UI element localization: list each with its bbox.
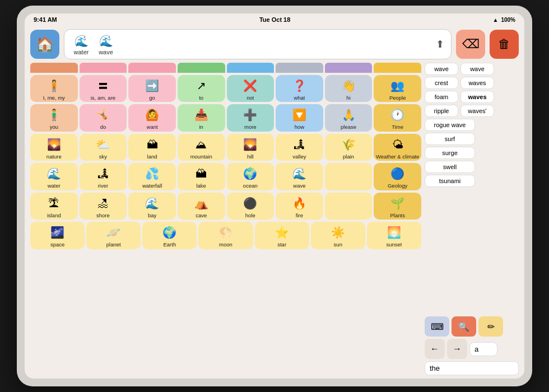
- home-button[interactable]: 🏠: [30, 30, 59, 59]
- cell-space[interactable]: 🌌 space: [30, 222, 85, 249]
- hi-label: hi: [346, 95, 350, 101]
- nature-label: nature: [46, 154, 62, 160]
- cell-time[interactable]: 🕐 Time: [374, 104, 421, 131]
- nav-arrows: ← →: [425, 339, 467, 359]
- cell-shore[interactable]: 🏖 shore: [80, 193, 127, 220]
- cell-sky[interactable]: ⛅ sky: [80, 134, 127, 161]
- word-btn-foam[interactable]: foam: [425, 91, 458, 103]
- cell-water[interactable]: 🌊 water: [30, 163, 78, 190]
- cell-not[interactable]: ❌ not: [227, 75, 274, 102]
- bay-label: bay: [148, 213, 156, 218]
- row-5: 🏝 island 🏖 shore 🌊 bay ⛺: [30, 193, 421, 220]
- cat-tab-3[interactable]: [128, 63, 176, 73]
- cat-tab-6[interactable]: [276, 63, 323, 73]
- cat-tab-2[interactable]: [80, 63, 127, 73]
- water-label: water: [74, 49, 89, 55]
- ocean-label: ocean: [243, 183, 258, 189]
- row-6: 🌌 space 🪐 planet 🌍 Earth 🌕: [30, 222, 421, 249]
- cell-hill[interactable]: 🌄 hill: [227, 134, 274, 161]
- cell-nature[interactable]: 🌄 nature: [30, 134, 78, 161]
- island-label: island: [47, 213, 61, 218]
- word-btn-crest[interactable]: crest: [425, 77, 458, 89]
- cell-to[interactable]: ↗ to: [178, 75, 225, 102]
- word-btn-waves-bold[interactable]: waves: [460, 91, 494, 103]
- delete-all-button[interactable]: 🗑: [490, 30, 519, 59]
- share-button[interactable]: ⬆: [436, 38, 444, 50]
- cell-in[interactable]: 📥 in: [178, 104, 225, 131]
- cell-you[interactable]: 🧍‍♂️ you: [30, 104, 78, 131]
- cell-hi[interactable]: 👋 hi: [325, 75, 373, 102]
- fire-icon: 🔥: [277, 194, 322, 212]
- cat-tab-4[interactable]: [178, 63, 225, 73]
- cell-cave[interactable]: ⛺ cave: [178, 193, 225, 220]
- cell-more[interactable]: ➕ more: [227, 104, 274, 131]
- cell-earth[interactable]: 🌍 Earth: [142, 222, 197, 249]
- word-btn-waves-apos[interactable]: waves': [460, 105, 494, 117]
- cell-is-am-are[interactable]: 〓 is, am, are: [80, 75, 127, 102]
- word-btn-tsunami[interactable]: tsunami: [425, 175, 475, 187]
- hill-icon: 🌄: [228, 136, 273, 153]
- cell-star[interactable]: ⭐ star: [255, 222, 309, 249]
- cell-hole[interactable]: ⚫ hole: [227, 193, 274, 220]
- cell-valley[interactable]: 🏞 valley: [276, 134, 323, 161]
- cell-people[interactable]: 👥 People: [374, 75, 421, 102]
- word-btn-surge[interactable]: surge: [425, 147, 475, 159]
- time-icon: 🕐: [375, 106, 420, 124]
- weather-icon: 🌤: [375, 136, 420, 153]
- pencil-button[interactable]: ✏: [478, 316, 503, 337]
- in-icon: 📥: [179, 106, 224, 124]
- cell-moon[interactable]: 🌕 moon: [198, 222, 253, 249]
- cell-land[interactable]: 🏔 land: [128, 134, 176, 161]
- empty-4-icon: [326, 168, 371, 186]
- cell-do[interactable]: 🤸 do: [80, 104, 127, 131]
- word-btn-wave-1[interactable]: wave: [425, 63, 458, 75]
- cat-tab-8[interactable]: [374, 63, 421, 73]
- weather-label: Weather & climate: [376, 154, 419, 160]
- delete-char-button[interactable]: ⌫: [456, 30, 485, 59]
- cell-sunset[interactable]: 🌅 sunset: [367, 222, 421, 249]
- cell-please[interactable]: 🙏 please: [325, 104, 373, 131]
- cell-river[interactable]: 🏞 river: [80, 163, 127, 190]
- cell-i-me-my[interactable]: 🧍 I, me, my: [30, 75, 78, 102]
- cell-what[interactable]: ❓ what: [276, 75, 323, 102]
- cat-tab-1[interactable]: [30, 63, 78, 73]
- word-btn-surf[interactable]: surf: [425, 133, 475, 145]
- to-icon: ↗: [179, 77, 224, 95]
- want-label: want: [147, 124, 158, 130]
- cell-bay[interactable]: 🌊 bay: [128, 193, 176, 220]
- cell-go[interactable]: ➡️ go: [128, 75, 176, 102]
- word-btn-wave-2[interactable]: wave: [460, 63, 494, 75]
- text-input-a[interactable]: a: [469, 342, 497, 356]
- cell-ocean[interactable]: 🌍 ocean: [227, 163, 274, 190]
- cell-how[interactable]: 🔽 how: [276, 104, 323, 131]
- search-button[interactable]: 🔍: [452, 316, 476, 337]
- cell-sun[interactable]: ☀️ sun: [311, 222, 365, 249]
- plain-icon: 🌾: [326, 136, 371, 153]
- cell-weather[interactable]: 🌤 Weather & climate: [374, 134, 421, 161]
- cat-tab-7[interactable]: [325, 63, 373, 73]
- cell-want[interactable]: 🙆 want: [128, 104, 176, 131]
- word-btn-ripple[interactable]: ripple: [425, 105, 458, 117]
- cell-island[interactable]: 🏝 island: [30, 193, 78, 220]
- word-btn-waves[interactable]: waves: [460, 77, 494, 89]
- cell-empty-4: [325, 163, 373, 190]
- cell-mountain[interactable]: ⛰ mountain: [178, 134, 225, 161]
- cell-geology[interactable]: 🔵 Geology: [374, 163, 421, 190]
- cell-fire[interactable]: 🔥 fire: [276, 193, 323, 220]
- cell-waterfall[interactable]: 💦 waterfall: [128, 163, 176, 190]
- cat-tab-5[interactable]: [227, 63, 274, 73]
- cell-plain[interactable]: 🌾 plain: [325, 134, 373, 161]
- nav-left-button[interactable]: ←: [425, 339, 445, 359]
- cell-planet[interactable]: 🪐 planet: [86, 222, 141, 249]
- word-btn-swell[interactable]: swell: [425, 161, 475, 173]
- cell-wave[interactable]: 🌊 wave: [276, 163, 323, 190]
- you-label: you: [50, 124, 58, 130]
- nav-right-button[interactable]: →: [447, 339, 467, 359]
- is-am-are-icon: 〓: [81, 77, 126, 95]
- keyboard-button[interactable]: ⌨: [425, 316, 449, 337]
- cell-lake[interactable]: 🏔 lake: [178, 163, 225, 190]
- word-btn-rogue-wave[interactable]: rogue wave: [425, 119, 475, 131]
- what-icon: ❓: [277, 77, 322, 95]
- cell-plants[interactable]: 🌱 Plants: [374, 193, 421, 220]
- text-input-the[interactable]: the: [425, 361, 519, 375]
